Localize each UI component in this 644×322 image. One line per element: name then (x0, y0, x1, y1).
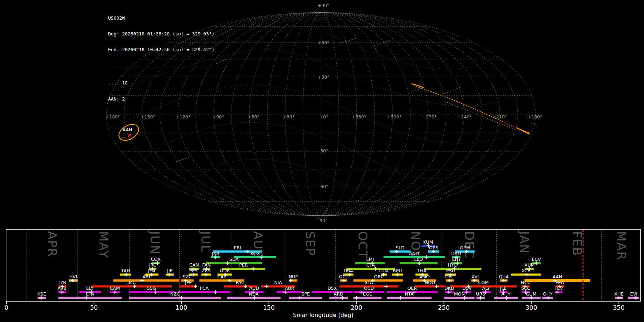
peak-marker (226, 262, 229, 265)
shower-code-label: OHY (543, 291, 552, 297)
shower-bar (91, 286, 172, 288)
peak-marker (535, 262, 538, 265)
shower-bar (234, 256, 276, 258)
x-tick-label: 200 (351, 304, 362, 311)
peak-marker (399, 296, 402, 300)
shower-code-label: NCC (521, 280, 531, 285)
lon-label: +90° (213, 114, 224, 119)
activity-timeline-chart: APRMAYJUNJULAUGSEPOCTNOVDECJANFEBMARKUME… (5, 229, 640, 318)
shower-entry: CAM (110, 286, 120, 294)
peak-marker (341, 296, 344, 300)
peak-marker (374, 267, 377, 271)
shower-entry: URS (476, 291, 485, 300)
aan-map-label: AAN (123, 127, 132, 132)
peak-marker (384, 285, 388, 288)
shower-code-label: JXA (211, 251, 219, 256)
shower-bar (206, 262, 262, 264)
peak-marker (167, 273, 171, 277)
sky-map-and-activity-chart: +180°+150°+120°+90°+60°+30°+0°+330°+300°… (0, 0, 644, 322)
shower-code-label: SZC (183, 274, 192, 279)
shower-code-label: JPE (185, 280, 192, 285)
shower-bar (353, 279, 403, 282)
peak-marker (617, 296, 621, 300)
shower-code-label: KSE (38, 291, 46, 297)
shower-code-label: SDA (229, 257, 239, 262)
shower-code-label: PER (239, 262, 248, 268)
shower-code-label: STA (365, 280, 373, 285)
peak-marker (463, 296, 466, 300)
shower-entry: TAH (120, 268, 131, 277)
peak-marker (191, 273, 195, 277)
peak-marker (251, 267, 255, 271)
x-tick-label: 250 (438, 304, 449, 311)
month-label: OCT (356, 231, 370, 259)
peak-marker (465, 291, 469, 294)
shower-code-label: ARI (142, 274, 150, 279)
shower-entry: XCB (511, 268, 541, 277)
peak-marker (355, 296, 358, 300)
peak-marker (555, 291, 559, 294)
shower-code-label: FAN (202, 262, 211, 268)
radiant-drift-trail (411, 84, 538, 134)
shower-code-label: ARD (334, 291, 343, 297)
shower-entry: NDA (227, 291, 280, 300)
shower-entry: XVI (471, 274, 479, 283)
peak-marker (214, 291, 217, 294)
shower-entry: EVI (628, 291, 639, 300)
shower-code-label: HVI (69, 274, 77, 279)
peak-marker (283, 291, 287, 294)
shower-code-label: QUA (499, 274, 509, 279)
shower-code-label: RPU (393, 268, 402, 273)
x-tick-label: 50 (90, 304, 98, 311)
peak-marker (634, 296, 638, 300)
peak-marker (432, 250, 435, 253)
lon-label: +0° (319, 114, 328, 119)
month-label: SEP (303, 231, 317, 256)
shower-entry: AHY (494, 291, 518, 300)
shower-bar (58, 297, 122, 299)
shower-code-label: DKD (444, 286, 454, 291)
shower-code-label: JIP (167, 268, 172, 273)
shower-entry: XHE (614, 291, 624, 300)
x-tick-label: 300 (526, 304, 537, 311)
shower-entry: DPC (445, 274, 454, 283)
shower-code-label: XHE (614, 291, 624, 297)
shower-entry: ZCS (201, 268, 211, 277)
x-axis: 050100150200250300350Solar longitude (de… (5, 301, 625, 318)
peak-marker (425, 255, 428, 259)
shower-code-label: GDR (220, 268, 230, 273)
shower-bar (390, 250, 411, 253)
lon-label: +210° (492, 114, 507, 119)
lon-label: +180° (528, 114, 542, 119)
shower-code-label: EVI (630, 291, 637, 297)
meteor-streak (371, 40, 390, 47)
shower-code-label: CAN (189, 262, 199, 268)
shower-bars: KUMERISLDOBSGEMJXAKCGANDDADCORSDALMILEOE… (38, 239, 639, 300)
shower-code-label: KCG (250, 251, 260, 256)
shower-code-label: ORI (374, 274, 382, 279)
shower-code-label: ZCS (202, 268, 211, 273)
shower-bar (178, 291, 230, 293)
lon-label: +150° (141, 114, 155, 119)
shower-code-label: SSG (147, 286, 156, 291)
peak-marker (435, 285, 438, 288)
peak-marker (204, 273, 208, 277)
shower-code-label: LUM (379, 268, 388, 273)
shower-code-label: NUE (289, 274, 298, 279)
peak-marker (297, 296, 301, 300)
shower-bar (129, 297, 221, 299)
shower-code-label: ALY (482, 286, 490, 291)
shower-bar (289, 297, 322, 299)
peak-marker (133, 285, 136, 288)
shower-bar (387, 297, 431, 299)
lon-label: +330° (352, 114, 366, 119)
shower-code-label: AUD (249, 286, 259, 291)
shower-code-label: NTA (405, 291, 414, 297)
shower-code-label: AMO (419, 274, 430, 279)
shower-entry: SLD (390, 245, 411, 254)
sky-map: +180°+150°+120°+90°+60°+30°+0°+330°+300°… (106, 3, 542, 223)
shower-code-label: CAP (218, 274, 226, 279)
peak-marker (113, 291, 117, 294)
shower-code-label: SPE (302, 291, 310, 297)
lon-label: +60° (248, 114, 259, 119)
